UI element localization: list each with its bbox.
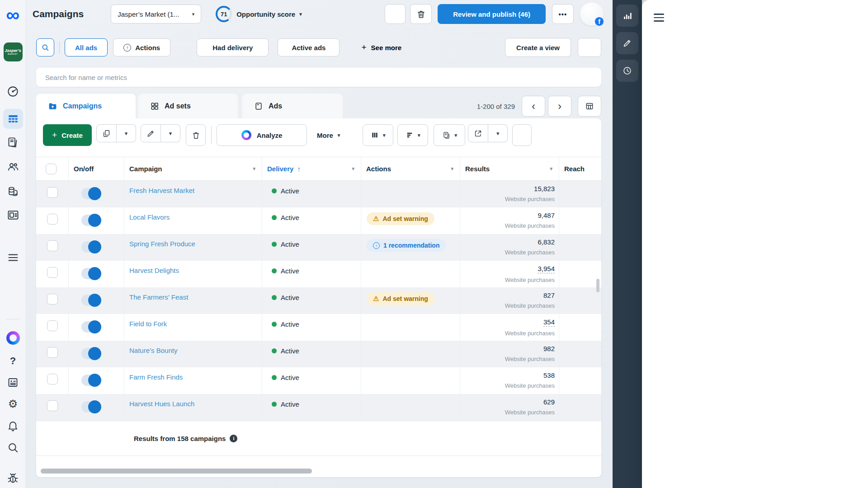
horizontal-scrollbar[interactable] bbox=[41, 469, 312, 474]
column-header-delivery[interactable]: Delivery ↑ ▾ bbox=[262, 157, 361, 180]
tab-ads[interactable]: Ads bbox=[242, 94, 343, 119]
info-icon[interactable]: i bbox=[230, 435, 237, 442]
billing-coins-icon[interactable] bbox=[3, 182, 23, 202]
create-campaign-button[interactable]: + Create bbox=[43, 124, 92, 146]
select-all-checkbox[interactable] bbox=[46, 164, 57, 174]
campaign-name-link[interactable]: Harvest Hues Launch bbox=[129, 400, 194, 408]
row-checkbox[interactable] bbox=[47, 267, 58, 278]
toolbar-extra-button[interactable] bbox=[512, 124, 532, 146]
filter-actions[interactable]: ↑ Actions bbox=[113, 38, 170, 56]
row-checkbox[interactable] bbox=[47, 214, 58, 225]
edit-button[interactable] bbox=[141, 124, 161, 142]
campaign-on-off-toggle[interactable] bbox=[81, 215, 100, 226]
audiences-icon[interactable] bbox=[3, 157, 23, 177]
row-checkbox[interactable] bbox=[47, 400, 58, 411]
all-tools-menu-icon[interactable] bbox=[3, 248, 23, 267]
filter-had-delivery[interactable]: Had delivery bbox=[197, 38, 269, 56]
campaign-name-link[interactable]: Spring Fresh Produce bbox=[129, 240, 195, 248]
whats-new-icon[interactable] bbox=[3, 372, 23, 392]
analyze-button[interactable]: Analyze bbox=[217, 124, 307, 146]
discard-drafts-button[interactable] bbox=[410, 4, 432, 24]
column-header-on-off[interactable]: On/off bbox=[69, 157, 124, 180]
workspace-avatar-jaspers-market[interactable]: Jasper’sMARKET bbox=[3, 42, 23, 62]
row-checkbox[interactable] bbox=[47, 240, 58, 251]
column-header-reach[interactable]: Reach bbox=[559, 157, 601, 180]
notifications-bell-icon[interactable] bbox=[3, 416, 23, 436]
campaign-name-link[interactable]: The Farmers’ Feast bbox=[129, 293, 188, 301]
events-manager-icon[interactable] bbox=[3, 205, 23, 225]
search-input[interactable] bbox=[45, 74, 592, 81]
campaign-on-off-toggle[interactable] bbox=[81, 295, 100, 306]
column-header-results[interactable]: Results ▾ bbox=[460, 157, 559, 180]
user-avatar[interactable]: f bbox=[580, 2, 604, 26]
header-more-button[interactable]: ••• bbox=[552, 4, 574, 24]
opportunity-score-dropdown[interactable]: Opportunity score ▾ bbox=[236, 10, 302, 18]
meta-logo-icon[interactable]: ∞ bbox=[3, 5, 23, 25]
ads-reporting-icon[interactable] bbox=[3, 132, 23, 152]
column-header-actions[interactable]: Actions ▾ bbox=[361, 157, 460, 180]
ad-set-warning-badge[interactable]: ⚠ Ad set warning bbox=[367, 292, 434, 305]
campaign-on-off-toggle[interactable] bbox=[81, 241, 100, 253]
column-filter-caret-icon[interactable]: ▾ bbox=[550, 166, 552, 172]
row-checkbox[interactable] bbox=[47, 320, 58, 331]
column-filter-caret-icon[interactable]: ▾ bbox=[451, 166, 453, 172]
search-sidebar-icon[interactable] bbox=[3, 437, 23, 457]
pagination-prev-button[interactable]: ‹ bbox=[522, 96, 545, 117]
meta-ai-icon[interactable] bbox=[3, 328, 23, 348]
row-checkbox[interactable] bbox=[47, 187, 58, 198]
create-a-view-button[interactable]: Create a view bbox=[505, 38, 571, 57]
edit-options-button[interactable]: ▾ bbox=[161, 124, 180, 142]
column-filter-caret-icon[interactable]: ▾ bbox=[352, 166, 354, 172]
campaign-name-link[interactable]: Fresh Harvest Market bbox=[129, 187, 194, 194]
campaign-on-off-toggle[interactable] bbox=[81, 268, 100, 279]
review-and-publish-button[interactable]: Review and publish (46) bbox=[438, 4, 546, 24]
campaign-name-link[interactable]: Nature’s Bounty bbox=[129, 347, 177, 354]
filter-all-ads[interactable]: All ads bbox=[65, 38, 108, 56]
pagination-next-button[interactable]: › bbox=[548, 96, 571, 117]
charts-panel-button[interactable] bbox=[616, 5, 638, 27]
campaign-on-off-toggle[interactable] bbox=[81, 375, 100, 386]
edit-panel-button[interactable] bbox=[616, 32, 638, 54]
reports-button[interactable]: ▾ bbox=[434, 124, 465, 146]
ad-set-warning-badge[interactable]: ⚠ Ad set warning bbox=[367, 212, 434, 225]
vertical-scrollbar[interactable] bbox=[596, 279, 599, 292]
campaign-on-off-toggle[interactable] bbox=[81, 321, 100, 333]
tab-ad-sets[interactable]: Ad sets bbox=[138, 94, 238, 119]
more-actions-button[interactable]: More ▾ bbox=[317, 124, 340, 146]
filter-active-ads[interactable]: Active ads bbox=[278, 38, 340, 56]
account-overview-icon[interactable] bbox=[3, 81, 23, 101]
column-filter-caret-icon[interactable]: ▾ bbox=[253, 166, 255, 172]
row-checkbox[interactable] bbox=[47, 374, 58, 385]
duplicate-options-button[interactable]: ▾ bbox=[117, 124, 136, 142]
column-header-campaign[interactable]: Campaign ▾ bbox=[124, 157, 262, 180]
account-selector-dropdown[interactable]: Jasper’s Market (1... ▾ bbox=[111, 5, 201, 23]
row-checkbox[interactable] bbox=[47, 347, 58, 358]
campaigns-table-icon-selected[interactable] bbox=[3, 109, 23, 129]
header-extra-button[interactable] bbox=[385, 4, 406, 24]
campaign-name-link[interactable]: Local Flavors bbox=[129, 213, 170, 221]
table-view-button[interactable] bbox=[578, 96, 601, 117]
campaign-name-link[interactable]: Field to Fork bbox=[129, 320, 167, 328]
panel-menu-icon[interactable] bbox=[654, 14, 664, 22]
breakdown-button[interactable]: ▾ bbox=[397, 124, 428, 146]
see-more-filters-button[interactable]: + See more bbox=[361, 42, 401, 52]
campaign-name-link[interactable]: Farm Fresh Finds bbox=[129, 373, 183, 381]
export-options-button[interactable]: ▾ bbox=[488, 124, 508, 142]
columns-button[interactable]: ▾ bbox=[363, 124, 393, 146]
report-bug-icon[interactable] bbox=[3, 468, 23, 488]
row-checkbox[interactable] bbox=[47, 294, 58, 305]
tab-campaigns[interactable]: Campaigns bbox=[36, 94, 136, 119]
help-icon[interactable]: ? bbox=[3, 351, 23, 371]
campaign-on-off-toggle[interactable] bbox=[81, 401, 100, 413]
delete-button[interactable] bbox=[186, 124, 206, 146]
duplicate-button[interactable] bbox=[96, 124, 117, 142]
campaign-on-off-toggle[interactable] bbox=[81, 188, 100, 199]
recommendation-badge[interactable]: ↑ 1 recommendation bbox=[367, 239, 446, 252]
campaign-on-off-toggle[interactable] bbox=[81, 348, 100, 359]
export-button[interactable] bbox=[468, 124, 488, 142]
filter-search-button[interactable] bbox=[36, 38, 54, 56]
history-panel-button[interactable] bbox=[616, 60, 638, 82]
campaign-name-link[interactable]: Harvest Delights bbox=[129, 267, 179, 274]
settings-gear-icon[interactable]: ⚙ bbox=[3, 394, 23, 414]
views-extra-button[interactable] bbox=[578, 38, 601, 57]
